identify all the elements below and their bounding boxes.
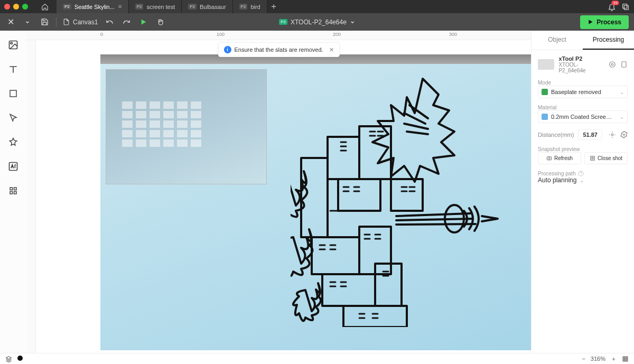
svg-rect-1 [623, 4, 627, 8]
tab-label: Bulbasaur [200, 4, 226, 10]
zoom-in-button[interactable]: ＋ [611, 355, 617, 363]
material-icon [542, 114, 548, 120]
close-window-icon[interactable] [4, 4, 10, 10]
tab-label: bird [250, 4, 260, 10]
minimize-window-icon[interactable] [13, 4, 19, 10]
info-text: Ensure that the slats are removed. [234, 46, 323, 53]
zoom-level[interactable]: 316% [591, 356, 605, 362]
chevron-down-icon: ⌄ [580, 178, 584, 183]
chevron-down-icon [350, 20, 355, 25]
notification-badge: 39 [611, 1, 619, 5]
distance-input[interactable]: 51.87 [578, 129, 602, 140]
canvas-name[interactable]: Canvas1 [63, 18, 98, 26]
tab-processing[interactable]: Processing [583, 31, 634, 50]
color-dot-icon[interactable] [17, 356, 23, 361]
pan-icon[interactable] [155, 17, 165, 27]
svg-point-3 [11, 42, 12, 44]
design-artwork[interactable] [291, 73, 502, 327]
info-icon: i [223, 46, 231, 53]
left-toolbar [0, 31, 26, 353]
shape-tool-icon[interactable] [7, 136, 19, 148]
add-tab-button[interactable]: ＋ [267, 0, 280, 13]
mode-label: Mode [538, 80, 628, 86]
svg-rect-12 [328, 137, 359, 179]
close-shot-button[interactable]: Close shot [584, 152, 628, 164]
layers-icon[interactable] [5, 356, 12, 362]
material-select[interactable]: 0.2mm Coated Screen (100... ⌄ [538, 110, 628, 123]
pointer-tool-icon[interactable] [7, 112, 19, 124]
processing-path-label: Processing path [538, 171, 576, 176]
mode-select[interactable]: Baseplate removed ⌄ [538, 86, 628, 98]
rectangle-tool-icon[interactable] [7, 88, 19, 99]
close-icon[interactable]: ✕ [329, 46, 334, 53]
device-info: xTool P2 XTOOL-P2_64e64e [538, 55, 628, 73]
notifications-button[interactable]: 39 [608, 3, 616, 11]
svg-rect-6 [10, 188, 13, 190]
right-panel: Object Processing xTool P2 XTOOL-P2_64e6… [531, 31, 634, 353]
tab-object[interactable]: Object [532, 31, 583, 50]
tab-bird[interactable]: P2 bird [233, 0, 267, 13]
text-tool-icon[interactable] [7, 63, 19, 75]
save-icon[interactable] [39, 17, 50, 27]
home-button[interactable] [38, 2, 52, 12]
close-menu-icon[interactable]: ✕ [5, 17, 16, 27]
tab-label: screen test [146, 4, 175, 10]
svg-rect-28 [591, 156, 594, 160]
svg-rect-26 [547, 157, 551, 160]
tab-bulbasaur[interactable]: P2 Bulbasaur [182, 0, 232, 13]
device-settings-icon[interactable] [620, 61, 628, 68]
tab-seattle-skyline[interactable]: P2 Seattle Skylin... ✕ [57, 0, 129, 13]
device-tag-icon: P2 [279, 19, 287, 25]
window-controls[interactable] [4, 4, 33, 10]
svg-rect-30 [623, 357, 628, 361]
play-icon[interactable] [138, 17, 148, 27]
info-banner: i Ensure that the slats are removed. ✕ [218, 42, 339, 57]
document-tabs: P2 Seattle Skylin... ✕ P2 screen test P2… [57, 0, 280, 13]
maximize-window-icon[interactable] [22, 4, 28, 10]
fit-icon[interactable] [622, 356, 629, 362]
undo-icon[interactable] [104, 17, 115, 27]
close-icon[interactable]: ✕ [118, 4, 122, 10]
apps-tool-icon[interactable] [7, 185, 19, 197]
svg-point-22 [610, 62, 616, 68]
settings-icon[interactable] [620, 131, 628, 138]
mode-icon [542, 89, 548, 95]
focus-icon[interactable] [609, 131, 616, 138]
process-button[interactable]: Process [580, 15, 629, 29]
svg-point-21 [611, 63, 613, 66]
target-icon[interactable] [609, 61, 616, 68]
chevron-down-icon: ⌄ [620, 89, 624, 95]
camera-snapshot[interactable] [106, 69, 267, 184]
svg-rect-17 [322, 274, 375, 306]
workbed-preview [100, 54, 531, 350]
status-bar: − 316% ＋ [0, 353, 634, 364]
image-tool-icon[interactable] [7, 39, 19, 51]
vertical-ruler [26, 40, 36, 353]
redo-icon[interactable] [121, 17, 132, 27]
processing-path-select[interactable]: Auto planning ⌄ [538, 176, 628, 184]
svg-rect-18 [375, 264, 402, 306]
svg-rect-7 [14, 188, 17, 190]
device-selector[interactable]: P2 XTOOL-P2_64e64e [279, 18, 355, 26]
tab-screen-test[interactable]: P2 screen test [129, 0, 182, 13]
ai-tool-icon[interactable] [7, 161, 19, 172]
svg-rect-0 [624, 5, 628, 10]
tab-device-tag: P2 [63, 4, 71, 10]
canvas[interactable]: 0 100 200 300 i Ensure that the slats ar… [26, 31, 531, 353]
snapshot-label: Snapshot preview [538, 146, 628, 152]
tab-device-tag: P2 [135, 4, 144, 10]
refresh-button[interactable]: Refresh [538, 152, 581, 164]
zoom-out-button[interactable]: − [582, 356, 585, 362]
device-thumbnail-icon [538, 59, 554, 70]
svg-point-27 [548, 157, 550, 159]
svg-rect-19 [343, 306, 407, 327]
svg-rect-14 [338, 179, 380, 211]
help-icon[interactable] [578, 171, 584, 176]
tab-device-tag: P2 [188, 4, 197, 10]
chevron-down-icon[interactable] [22, 17, 33, 27]
tab-device-tag: P2 [239, 4, 248, 10]
svg-rect-9 [14, 192, 17, 194]
tab-label: Seattle Skylin... [74, 4, 115, 10]
material-label: Material [538, 105, 628, 110]
copy-icon[interactable] [621, 3, 630, 11]
